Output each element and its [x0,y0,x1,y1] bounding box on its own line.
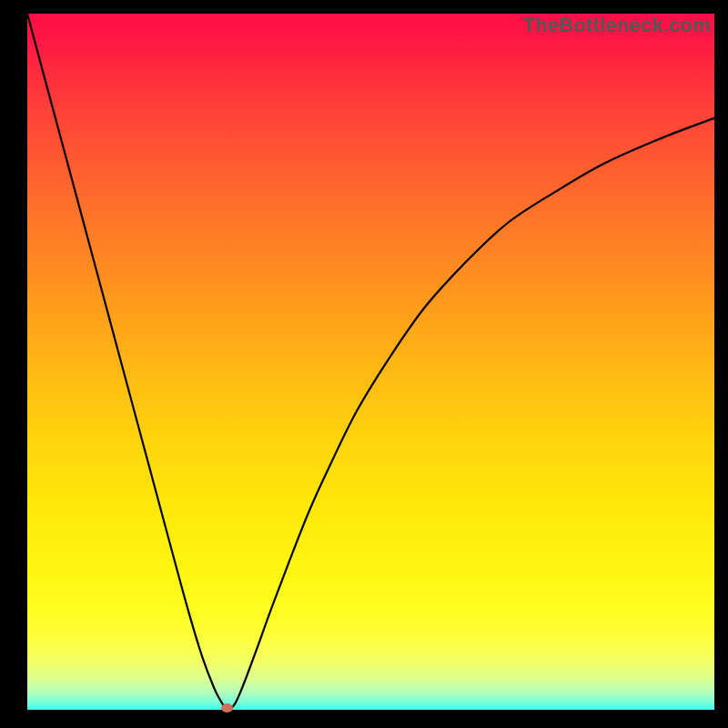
minimum-marker [221,703,233,713]
plot-area: TheBottleneck.com [27,14,714,710]
bottleneck-curve [27,14,714,710]
chart-frame: TheBottleneck.com [0,0,728,728]
